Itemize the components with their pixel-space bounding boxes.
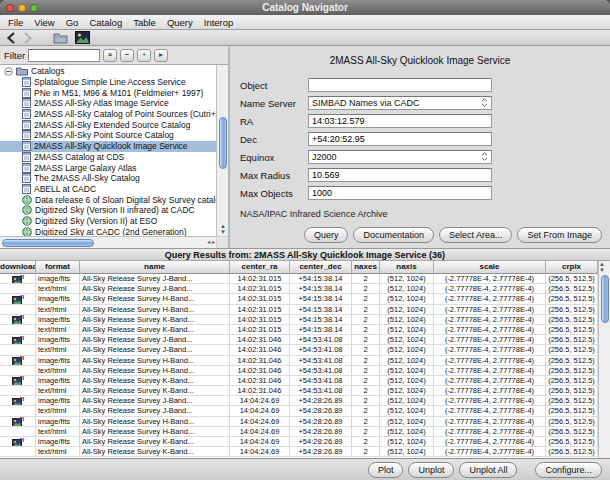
- table-row[interactable]: text/htmlAll-Sky Release Survey J-Band..…: [0, 345, 598, 355]
- column-header-scale[interactable]: scale: [434, 261, 546, 274]
- table-row[interactable]: text/htmlAll-Sky Release Survey H-Band..…: [0, 427, 598, 437]
- clear-filter-button[interactable]: ×: [103, 49, 117, 62]
- column-header-name[interactable]: name: [80, 261, 230, 274]
- download-icon[interactable]: [12, 336, 24, 345]
- column-header-naxis[interactable]: naxis: [380, 261, 434, 274]
- plot-button[interactable]: Plot: [368, 462, 404, 478]
- tree-item-pne-in-m51-m96-m101-feldmeier-1997[interactable]: PNe in M51, M96 & M101 (Feldmeier+ 1997): [0, 87, 216, 98]
- query-button[interactable]: Query: [304, 227, 349, 243]
- table-row[interactable]: image/fitsAll-Sky Release Survey K-Band.…: [0, 315, 598, 325]
- table-row[interactable]: text/htmlAll-Sky Release Survey J-Band..…: [0, 406, 598, 416]
- tree-root-catalogs[interactable]: Catalogs: [0, 66, 216, 77]
- tree-item-2mass-all-sky-extended-source-catalog[interactable]: 2MASS All-Sky Extended Source Catalog: [0, 119, 216, 130]
- menu-view[interactable]: View: [34, 15, 54, 30]
- equinox-select[interactable]: J2000: [308, 150, 492, 164]
- max-objects-input[interactable]: [308, 186, 492, 200]
- tree-item-data-release-6-of-sloan-digital-sky-surv[interactable]: Data release 6 of Sloan Digital Sky Surv…: [0, 194, 216, 205]
- menu-go[interactable]: Go: [66, 15, 79, 30]
- tree-vertical-scrollbar-thumb[interactable]: [219, 117, 227, 169]
- tree-item-2mass-all-sky-quicklook-image-service[interactable]: 2MASS All-Sky Quicklook Image Service: [0, 141, 216, 152]
- download-icon[interactable]: [12, 275, 24, 284]
- table-row[interactable]: text/htmlAll-Sky Release Survey H-Band..…: [0, 366, 598, 376]
- documentation-button[interactable]: Documentation: [353, 227, 434, 243]
- apply-filter-button[interactable]: ▸: [154, 49, 168, 62]
- menu-table[interactable]: Table: [133, 15, 156, 30]
- tree-horizontal-scrollbar-thumb[interactable]: [2, 239, 94, 247]
- tree-horizontal-scrollbar[interactable]: ◂ ▸: [0, 236, 216, 248]
- column-header-download[interactable]: download: [0, 261, 36, 274]
- download-icon[interactable]: [12, 295, 24, 304]
- set-from-image-button[interactable]: Set From Image: [517, 227, 602, 243]
- combo-arrows-icon: [481, 98, 488, 109]
- minimize-window-button[interactable]: [18, 4, 26, 12]
- column-header-crpix[interactable]: crpix: [546, 261, 598, 274]
- table-row[interactable]: image/fitsAll-Sky Release Survey H-Band.…: [0, 294, 598, 304]
- table-vertical-scrollbar-thumb[interactable]: [601, 275, 609, 323]
- table-row[interactable]: text/htmlAll-Sky Release Survey H-Band..…: [0, 305, 598, 315]
- tree-scroll-arrows[interactable]: ▲▼: [217, 223, 228, 235]
- download-icon[interactable]: [12, 376, 24, 385]
- download-icon[interactable]: [12, 356, 24, 365]
- column-header-center-ra[interactable]: center_ra: [230, 261, 290, 274]
- column-header-format[interactable]: format: [36, 261, 80, 274]
- tree-item-2mass-all-sky-point-source-catalog[interactable]: 2MASS All-Sky Point Source Catalog: [0, 130, 216, 141]
- open-catalog-directory-button[interactable]: [53, 31, 68, 45]
- table-row[interactable]: text/htmlAll-Sky Release Survey J-Band..…: [0, 284, 598, 294]
- select-area-button[interactable]: Select Area...: [439, 227, 513, 243]
- configure-button[interactable]: Configure...: [535, 462, 602, 478]
- table-row[interactable]: image/fitsAll-Sky Release Survey J-Band.…: [0, 396, 598, 406]
- tree-item-abell-at-cadc[interactable]: ABELL at CADC: [0, 184, 216, 195]
- collapse-all-button[interactable]: −: [120, 49, 134, 62]
- close-window-button[interactable]: [6, 4, 14, 12]
- column-header-center-dec[interactable]: center_dec: [290, 261, 352, 274]
- table-vertical-scrollbar[interactable]: ▲▼: [598, 261, 610, 458]
- tree-item-2mass-catalog-at-cds[interactable]: 2MASS Catalog at CDS: [0, 152, 216, 163]
- tree-item-the-2mass-all-sky-catalog[interactable]: The 2MASS All-Sky Catalog: [0, 173, 216, 184]
- download-icon[interactable]: [12, 397, 24, 406]
- cell-naxes: 2: [352, 386, 380, 395]
- back-button[interactable]: [6, 31, 16, 45]
- unplot-all-button[interactable]: Unplot All: [459, 462, 517, 478]
- table-row[interactable]: image/fitsAll-Sky Release Survey H-Band.…: [0, 356, 598, 366]
- max-radius-input[interactable]: [308, 168, 492, 182]
- ra-input[interactable]: [308, 114, 492, 128]
- unplot-button[interactable]: Unplot: [408, 462, 454, 478]
- tree-item-2mass-all-sky-atlas-image-service[interactable]: 2MASS All-Sky Atlas Image Service: [0, 98, 216, 109]
- tree-item-digitized-sky-at-cadc-2nd-generation[interactable]: Digitized Sky at CADC (2nd Generation): [0, 226, 216, 236]
- download-icon[interactable]: [12, 438, 24, 447]
- zoom-window-button[interactable]: [30, 4, 38, 12]
- tree-item-digitized-sky-version-ii-at-eso[interactable]: Digitized Sky (Version II) at ESO: [0, 216, 216, 227]
- menu-catalog[interactable]: Catalog: [89, 15, 122, 30]
- tree-item-digitized-sky-version-ii-infrared-at-cad[interactable]: Digitized Sky (Version II infrared) at C…: [0, 205, 216, 216]
- filter-input[interactable]: [28, 49, 100, 62]
- table-row[interactable]: image/fitsAll-Sky Release Survey J-Band.…: [0, 335, 598, 345]
- forward-button[interactable]: [23, 31, 33, 45]
- titlebar[interactable]: Catalog Navigator: [0, 0, 610, 15]
- tree-item-2mass-large-galaxy-atlas[interactable]: 2MASS Large Galaxy Atlas: [0, 162, 216, 173]
- tree-vertical-scrollbar[interactable]: ▲▼: [216, 65, 228, 236]
- table-row[interactable]: image/fitsAll-Sky Release Survey J-Band.…: [0, 274, 598, 284]
- image-display-button[interactable]: [75, 31, 90, 45]
- table-scroll-arrows[interactable]: ▲▼: [599, 261, 605, 273]
- table-row[interactable]: text/htmlAll-Sky Release Survey K-Band..…: [0, 447, 598, 457]
- tree-item-2mass-all-sky-catalog-of-point-sources-c[interactable]: 2MASS All-Sky Catalog of Point Sources (…: [0, 109, 216, 120]
- tree-item-splatalogue-simple-line-access-service[interactable]: Splatalogue Simple Line Access Service: [0, 77, 216, 88]
- download-icon[interactable]: [12, 315, 24, 324]
- table-row[interactable]: image/fitsAll-Sky Release Survey H-Band.…: [0, 417, 598, 427]
- tree-collapse-toggle-icon[interactable]: [4, 67, 13, 76]
- menu-query[interactable]: Query: [167, 15, 193, 30]
- tree-hscroll-arrows[interactable]: ◂ ▸: [207, 239, 215, 245]
- object-input[interactable]: [308, 78, 492, 92]
- max-radius-label: Max Radius: [240, 170, 308, 181]
- menu-file[interactable]: File: [8, 15, 23, 30]
- expand-all-button[interactable]: +: [137, 49, 151, 62]
- dec-input[interactable]: [308, 132, 492, 146]
- column-header-naxes[interactable]: naxes: [352, 261, 380, 274]
- menu-interop[interactable]: Interop: [204, 15, 234, 30]
- table-row[interactable]: text/htmlAll-Sky Release Survey K-Band..…: [0, 325, 598, 335]
- table-row[interactable]: image/fitsAll-Sky Release Survey K-Band.…: [0, 376, 598, 386]
- name-server-select[interactable]: SIMBAD Names via CADC: [308, 96, 492, 110]
- download-icon[interactable]: [12, 417, 24, 426]
- table-row[interactable]: text/htmlAll-Sky Release Survey K-Band..…: [0, 386, 598, 396]
- table-row[interactable]: image/fitsAll-Sky Release Survey K-Band.…: [0, 437, 598, 447]
